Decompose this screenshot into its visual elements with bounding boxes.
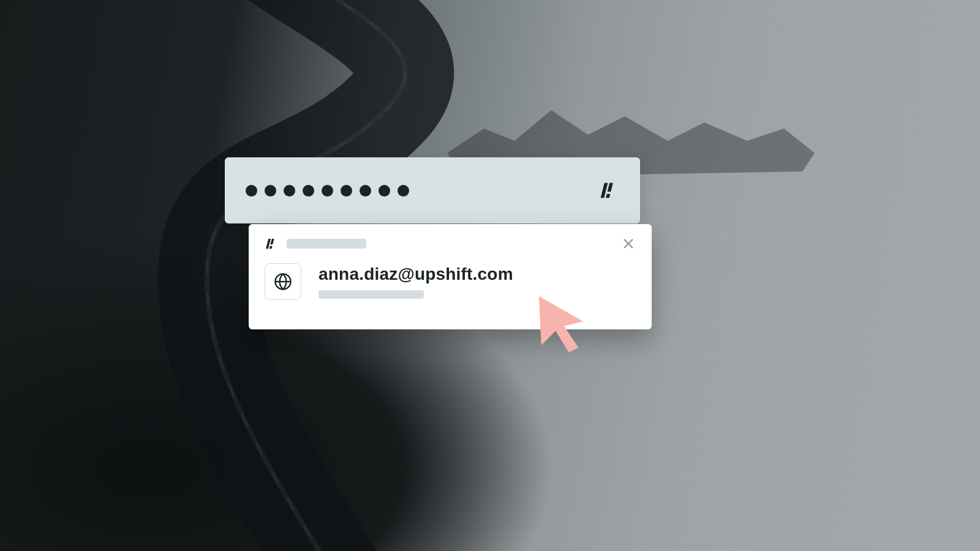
- dashlane-flag-icon[interactable]: [598, 180, 619, 201]
- header-title-placeholder: [287, 239, 366, 249]
- mask-dot: [246, 185, 257, 197]
- password-mask: [246, 185, 409, 197]
- password-input[interactable]: [225, 157, 640, 223]
- mask-dot: [379, 185, 390, 197]
- close-button[interactable]: [620, 235, 637, 252]
- dashlane-flag-icon: [265, 237, 278, 250]
- mask-dot: [322, 185, 333, 197]
- site-icon-badge: [265, 263, 301, 300]
- mask-dot: [341, 185, 352, 197]
- suggestion-email: anna.diaz@upshift.com: [318, 264, 513, 284]
- svg-rect-1: [608, 183, 613, 192]
- globe-icon: [272, 271, 294, 293]
- suggestion-subtitle-placeholder: [318, 290, 424, 299]
- autofill-dropdown: anna.diaz@upshift.com: [249, 224, 652, 329]
- mask-dot: [303, 185, 314, 197]
- svg-rect-4: [270, 239, 274, 244]
- close-icon: [622, 237, 635, 250]
- svg-rect-5: [270, 246, 273, 249]
- dropdown-header: [249, 224, 652, 255]
- mask-dot: [398, 185, 409, 197]
- mask-dot: [284, 185, 295, 197]
- autofill-suggestion[interactable]: anna.diaz@upshift.com: [249, 255, 652, 312]
- mask-dot: [360, 185, 371, 197]
- svg-rect-2: [606, 194, 610, 198]
- mask-dot: [265, 185, 276, 197]
